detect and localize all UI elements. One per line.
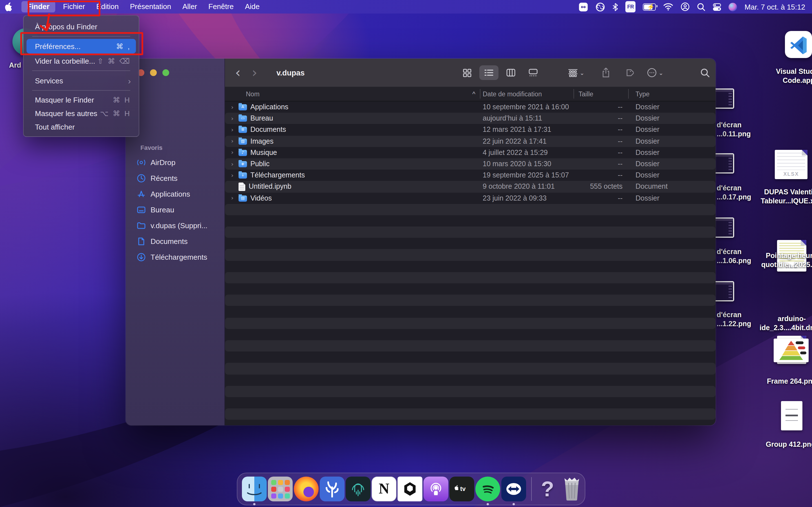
list-view-button[interactable] [479,65,499,80]
column-header-type[interactable]: Type [636,91,650,97]
sidebar-item-telechargements[interactable]: Téléchargements [132,249,221,265]
file-row-documents[interactable]: ›≣Documents 12 mars 2021 à 17:31--Dossie… [225,124,716,135]
frame264-label: Frame 264.png [767,378,812,385]
desktop-icon-frame264[interactable] [774,339,809,362]
forward-button[interactable]: › [252,59,257,87]
column-header-taille[interactable]: Taille [578,91,593,97]
control-center-icon[interactable] [713,2,721,11]
column-header-date[interactable]: Date de modification [483,91,542,97]
file-row-untitled-ipynb[interactable]: Untitled.ipynb 9 octobre 2020 à 11:01555… [225,181,716,192]
sidebar-item-recents[interactable]: Récents [132,170,221,186]
battery-status-icon[interactable]: ⚡ [643,2,656,11]
desktop-icon [136,205,146,215]
vscode-label-line2: Code.app [783,76,812,84]
empty-row [225,318,716,329]
sidebar-item-bureau[interactable]: Bureau [132,202,221,217]
file-row-videos[interactable]: ›▤Vidéos 23 juin 2022 à 09:33--Dossier [225,192,716,204]
firefox-icon [294,476,319,501]
menu-item-masquer-autres[interactable]: Masquer les autres⌥ ⌘ H [27,107,136,120]
sidebar-item-applications[interactable]: Applications [132,186,221,202]
dock-unity[interactable] [397,476,423,502]
search-icon [700,68,710,77]
group412-label: Group 412.png [766,441,812,448]
menu-aller[interactable]: Aller [177,1,203,12]
sidebar-item-documents[interactable]: Documents [132,233,221,249]
dock-missing-app[interactable]: ? [536,476,559,502]
vscode-label-line1: Visual Studio [776,68,812,75]
file-row-musique[interactable]: ›♪Musique 4 juillet 2022 à 15:29--Dossie… [225,147,716,158]
group-by-icon [568,68,578,77]
dock-gitkraken[interactable] [345,476,371,502]
menu-item-masquer-finder[interactable]: Masquer le Finder⌘ H [27,93,136,107]
dock-notion[interactable]: N [371,476,397,502]
dock-teamviewer[interactable] [501,476,527,502]
file-row-telechargements[interactable]: ›↓Téléchargements 19 septembre 2025 à 15… [225,170,716,181]
window-sidebar: Favoris AirDrop Récents Applications Bur… [126,59,225,425]
menu-item-tout-afficher[interactable]: Tout afficher [27,120,136,133]
chevron-down-icon: ⌄ [580,69,585,76]
dock-firefox[interactable] [293,476,319,502]
group-by-button[interactable]: ⌄ [568,68,585,77]
menu-finder[interactable]: Finder [21,1,55,12]
siri-icon[interactable] [729,3,737,11]
dock-podcasts[interactable] [423,476,449,502]
menu-item-vider-corbeille[interactable]: Vider la corbeille...⇧ ⌘ ⌫ [27,54,136,68]
user-account-status-icon[interactable] [681,2,690,11]
dock-launchpad[interactable] [267,476,293,502]
file-row-images[interactable]: ›▨Images 22 juin 2022 à 17:41--Dossier [225,135,716,147]
minimize-button[interactable] [150,69,157,76]
dock-separator [531,477,532,501]
empty-row [225,261,716,272]
sidebar-item-airdrop[interactable]: AirDrop [132,154,221,170]
screenshot-4-label-line1: d'écran [717,311,742,319]
apple-menu[interactable] [0,2,17,11]
empty-row [225,272,716,283]
column-view-button[interactable] [501,65,520,80]
icon-view-button[interactable] [457,65,476,80]
zoom-button[interactable] [162,69,169,76]
share-button[interactable] [602,68,610,78]
desktop-icon-vscode[interactable] [785,31,812,58]
dock-spotify[interactable] [475,476,501,502]
menu-item-a-propos[interactable]: À propos du Finder [27,19,136,34]
window-title: v.dupas [276,68,305,77]
menu-fichier[interactable]: Fichier [57,1,91,12]
desktop-icon-xlsx[interactable]: XLSX [775,150,808,179]
file-row-applications[interactable]: ›AApplications 10 septembre 2021 à 16:00… [225,101,716,113]
menu-presentation[interactable]: Présentation [124,1,177,12]
tags-button[interactable] [624,68,634,77]
dock-finder[interactable] [241,476,267,502]
menu-edition[interactable]: Édition [91,1,124,12]
file-row-public[interactable]: ›◈Public 10 mars 2020 à 15:30--Dossier [225,158,716,170]
menu-item-preferences[interactable]: Préférences...⌘ , [27,39,136,54]
search-button[interactable] [700,68,710,77]
spotlight-search-icon[interactable] [697,2,706,11]
column-header-nom[interactable]: Nom [246,91,260,97]
gallery-view-button[interactable] [523,65,543,80]
desktop-icon-group412[interactable] [781,401,802,431]
back-button[interactable]: ‹ [235,59,241,87]
file-row-bureau[interactable]: ›▭Bureau aujourd’hui à 15:11--Dossier [225,113,716,124]
file-list: ›AApplications 10 septembre 2021 à 16:00… [225,101,716,425]
running-indicator [487,503,489,505]
sort-indicator-icon: ^ [472,91,480,97]
window-main: ‹ › v.dupas ⌄ [225,59,716,425]
teamviewer-status-icon[interactable] [579,2,589,11]
dock-coral[interactable] [319,476,345,502]
sidebar-section-title: Favoris [140,144,162,151]
menu-item-services[interactable]: Services› [27,73,136,88]
more-actions-button[interactable]: ⌄ [647,68,663,78]
menu-fenetre[interactable]: Fenêtre [203,1,239,12]
dock-apple-tv[interactable]: tv [449,476,475,502]
adobe-cc-status-icon[interactable] [596,2,605,11]
sidebar-item-vdupas[interactable]: v.dupas (Suppri... [132,217,221,233]
input-source-badge[interactable]: FR [626,1,636,12]
coral-icon [320,476,345,501]
menu-aide[interactable]: Aide [239,1,265,12]
bluetooth-status-icon[interactable] [613,2,618,11]
empty-row [225,283,716,295]
wifi-status-icon[interactable] [663,2,673,11]
menu-bar-clock[interactable]: Mar. 7 oct. à 15:12 [745,3,805,11]
dock-trash[interactable] [559,476,585,502]
ellipsis-circle-icon [647,68,657,78]
